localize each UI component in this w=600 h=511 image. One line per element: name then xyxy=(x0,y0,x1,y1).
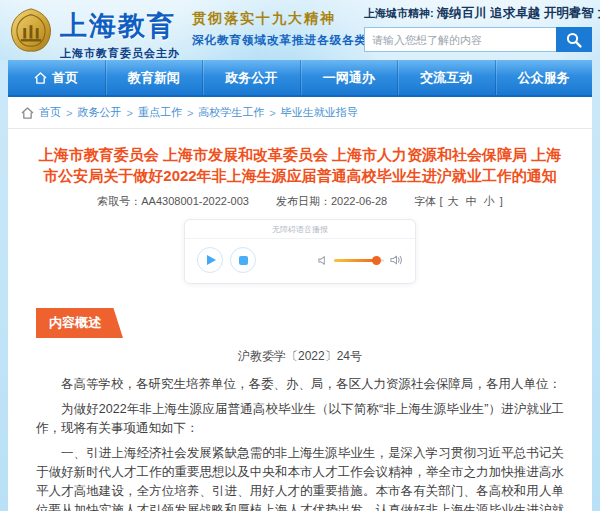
volume-thumb[interactable] xyxy=(372,256,381,265)
fontsize-medium-button[interactable]: 中 xyxy=(466,195,477,207)
section-tab-overview: 内容概述 xyxy=(36,308,123,338)
paragraph: 一、引进上海经济社会发展紧缺急需的非上海生源毕业生，是深入学习贯彻习近平总书记关… xyxy=(36,444,564,511)
fontsize-large-button[interactable]: 大 xyxy=(448,195,459,207)
article-title: 上海市教育委员会 上海市发展和改革委员会 上海市人力资源和社会保障局 上海市公安… xyxy=(36,144,564,186)
nav-item-label: 教育新闻 xyxy=(128,69,180,87)
stop-icon xyxy=(239,256,248,265)
breadcrumb-item-student-work[interactable]: 高校学生工作 xyxy=(198,105,264,120)
fontsize-label: 字体 xyxy=(414,195,436,207)
breadcrumb-item-home[interactable]: 首页 xyxy=(39,105,61,120)
breadcrumb-item-key-work[interactable]: 重点工作 xyxy=(138,105,182,120)
site-logo-icon xyxy=(8,7,54,53)
page: 上海教育 上海市教育委员会主办 贯彻落实十九大精神 深化教育领域改革推进各级各类… xyxy=(0,0,600,511)
site-title: 上海教育 xyxy=(60,8,180,44)
breadcrumb-separator: > xyxy=(187,107,193,119)
article: 上海市教育委员会 上海市发展和改革委员会 上海市人力资源和社会保障局 上海市公安… xyxy=(8,129,592,511)
volume-low-icon xyxy=(317,255,328,266)
index-value: AA4308001-2022-003 xyxy=(141,195,249,207)
article-body: 各高等学校，各研究生培养单位，各委、办、局，各区人力资源社会保障局，各用人单位：… xyxy=(36,375,564,511)
volume-zone xyxy=(317,254,403,266)
site-logo xyxy=(8,7,54,57)
content-card: 首页 > 政务公开 > 重点工作 > 高校学生工作 > 毕业生就业指导 上海市教… xyxy=(8,97,592,511)
search-input[interactable] xyxy=(364,27,556,52)
city-spirit-label: 上海城市精神: xyxy=(364,7,434,19)
paragraph: 各高等学校，各研究生培养单位，各委、办、局，各区人力资源社会保障局，各用人单位： xyxy=(36,375,564,394)
home-icon xyxy=(34,72,47,84)
nav-item-label: 交流互动 xyxy=(420,69,472,87)
breadcrumb-item-employment-guide[interactable]: 毕业生就业指导 xyxy=(281,105,358,120)
meta-fontsize: 字体 [ 大 中 小 ] xyxy=(414,195,502,207)
nav-item-interaction[interactable]: 交流互动 xyxy=(397,60,495,95)
site-header: 上海教育 上海市教育委员会主办 贯彻落实十九大精神 深化教育领域改革推进各级各类… xyxy=(0,0,600,60)
index-label: 索取号： xyxy=(97,195,141,207)
header-right: 上海城市精神: 海纳百川 追求卓越 开明睿智 大气谦和 xyxy=(364,5,592,52)
brand-block: 上海教育 上海市教育委员会主办 xyxy=(60,8,180,61)
nav-item-label: 一网通办 xyxy=(323,69,375,87)
breadcrumb-separator: > xyxy=(66,107,72,119)
nav-item-news[interactable]: 教育新闻 xyxy=(105,60,203,95)
nav-item-public-service[interactable]: 公众服务 xyxy=(495,60,593,95)
city-spirit-text: 海纳百川 追求卓越 开明睿智 大气谦和 xyxy=(437,6,600,20)
play-icon xyxy=(207,255,216,265)
breadcrumb-separator: > xyxy=(269,107,275,119)
fontsize-bracket: ] xyxy=(500,195,503,207)
volume-fill xyxy=(334,259,377,262)
audio-player-title: 无障碍语音播报 xyxy=(185,220,415,239)
audio-player-controls xyxy=(185,239,415,283)
nav-item-one-stop[interactable]: 一网通办 xyxy=(300,60,398,95)
play-button[interactable] xyxy=(197,247,223,273)
search-bar xyxy=(364,27,592,52)
nav-item-label: 首页 xyxy=(52,69,78,87)
breadcrumb-item-gov-affairs[interactable]: 政务公开 xyxy=(77,105,121,120)
nav-item-gov-affairs[interactable]: 政务公开 xyxy=(202,60,300,95)
fontsize-small-button[interactable]: 小 xyxy=(484,195,495,207)
date-value: 2022-06-28 xyxy=(331,195,387,207)
volume-slider[interactable] xyxy=(334,259,384,262)
paragraph: 为做好2022年非上海生源应届普通高校毕业生（以下简称“非上海生源毕业生”）进沪… xyxy=(36,400,564,438)
volume-high-icon xyxy=(390,254,403,266)
audio-player: 无障碍语音播报 xyxy=(184,219,416,284)
date-label: 发布日期： xyxy=(276,195,331,207)
nav-item-home[interactable]: 首页 xyxy=(8,60,105,95)
breadcrumb: 首页 > 政务公开 > 重点工作 > 高校学生工作 > 毕业生就业指导 xyxy=(8,97,592,129)
breadcrumb-separator: > xyxy=(126,107,132,119)
nav-item-label: 政务公开 xyxy=(225,69,277,87)
search-icon xyxy=(566,32,582,48)
doc-number: 沪教委学〔2022〕24号 xyxy=(36,348,564,365)
fontsize-bracket: [ xyxy=(439,195,442,207)
site-subtitle: 上海市教育委员会主办 xyxy=(60,46,180,61)
city-spirit-line: 上海城市精神: 海纳百川 追求卓越 开明睿智 大气谦和 xyxy=(364,5,592,22)
meta-index: 索取号：AA4308001-2022-003 xyxy=(97,195,252,207)
article-meta: 索取号：AA4308001-2022-003 发布日期：2022-06-28 字… xyxy=(36,194,564,209)
main-nav: 首页 教育新闻 政务公开 一网通办 交流互动 公众服务 xyxy=(8,60,592,97)
stop-button[interactable] xyxy=(230,247,256,273)
meta-date: 发布日期：2022-06-28 xyxy=(276,195,390,207)
home-icon xyxy=(21,107,34,119)
nav-item-label: 公众服务 xyxy=(518,69,570,87)
search-button[interactable] xyxy=(556,27,592,52)
